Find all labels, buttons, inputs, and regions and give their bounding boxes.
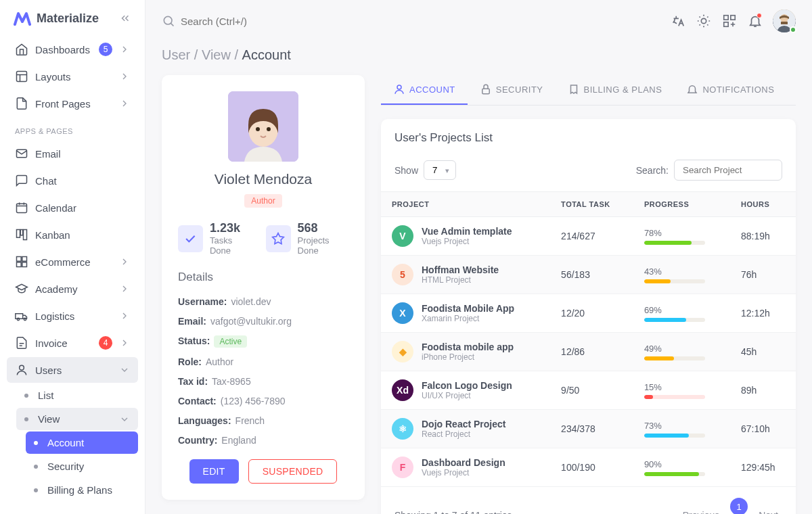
user-avatar[interactable] xyxy=(773,9,796,32)
logo-mark-icon xyxy=(14,11,31,26)
total-task: 12/20 xyxy=(550,294,633,333)
nav-item-invoice[interactable]: Invoice4 xyxy=(7,330,138,356)
project-icon: F xyxy=(392,457,413,478)
tab-billing-plans[interactable]: BILLING & PLANS xyxy=(556,75,675,105)
nav-item-calendar[interactable]: Calendar xyxy=(7,195,138,220)
page-1[interactable]: 1 xyxy=(730,498,748,514)
language-icon[interactable] xyxy=(670,13,686,29)
nav-label: Layouts xyxy=(35,71,112,83)
nav-item-users[interactable]: Users xyxy=(7,357,138,383)
column-header[interactable]: PROGRESS xyxy=(633,192,730,217)
nav-item-front-pages[interactable]: Front Pages xyxy=(7,91,138,116)
project-name[interactable]: Foodista mobile app xyxy=(422,342,514,352)
progress-percent: 49% xyxy=(644,344,719,354)
nav-item-view[interactable]: View xyxy=(16,408,138,430)
breadcrumb-current: Account xyxy=(242,47,291,62)
column-header[interactable]: HOURS xyxy=(730,192,796,217)
detail-value: England xyxy=(221,435,256,446)
nav-item-security[interactable]: Security xyxy=(26,455,138,477)
detail-value: French xyxy=(235,415,265,426)
column-header[interactable]: PROJECT xyxy=(381,192,550,217)
project-name[interactable]: Foodista Mobile App xyxy=(422,303,514,314)
svg-point-14 xyxy=(701,18,706,23)
nav-item-chat[interactable]: Chat xyxy=(7,168,138,193)
column-header[interactable]: TOTAL TASK xyxy=(550,192,633,217)
project-name[interactable]: Hoffman Website xyxy=(422,264,499,275)
progress-percent: 73% xyxy=(644,421,719,431)
nav-item-list[interactable]: List xyxy=(16,384,138,406)
nav-label: Email xyxy=(35,148,130,160)
tab-notifications[interactable]: NOTIFICATIONS xyxy=(674,75,786,105)
dot-icon xyxy=(34,488,38,492)
sidebar-collapse-button[interactable] xyxy=(119,12,131,24)
projects-table: PROJECTTOTAL TASKPROGRESSHOURS VVue Admi… xyxy=(381,191,796,487)
nav-icon xyxy=(15,309,28,323)
search-label: Search: xyxy=(636,165,669,176)
progress-bar xyxy=(644,279,705,283)
tab-icon xyxy=(393,83,405,95)
stat-projects-value: 568 xyxy=(298,221,348,235)
svg-rect-7 xyxy=(22,257,27,262)
apps-icon[interactable] xyxy=(721,13,738,29)
svg-point-25 xyxy=(397,85,401,89)
global-search[interactable] xyxy=(162,14,662,28)
table-row: ◆Foodista mobile appiPhone Project 12/86… xyxy=(381,333,796,371)
tab-security[interactable]: SECURITY xyxy=(468,75,556,105)
projects-panel: User's Projects List Show 7 Search: xyxy=(381,119,796,514)
hours: 89h xyxy=(730,371,796,410)
breadcrumb-view[interactable]: View xyxy=(202,47,231,62)
nav-item-dashboards[interactable]: Dashboards5 xyxy=(7,37,138,62)
project-icon: Xd xyxy=(392,379,413,401)
nav-label: List xyxy=(38,390,130,401)
nav-label: Calendar xyxy=(35,202,130,214)
nav-item-kanban[interactable]: Kanban xyxy=(7,222,138,248)
nav-item-layouts[interactable]: Layouts xyxy=(7,64,138,89)
total-task: 234/378 xyxy=(550,410,633,448)
project-search-input[interactable] xyxy=(674,160,782,181)
project-name[interactable]: Dojo React Project xyxy=(422,419,505,429)
nav-label: Billing & Plans xyxy=(47,484,130,496)
detail-label: Status: xyxy=(178,335,210,348)
nav-item-billing-&-plans[interactable]: Billing & Plans xyxy=(26,479,138,501)
stat-tasks-label: Tasks Done xyxy=(210,235,252,256)
stat-projects-label: Projects Done xyxy=(298,235,348,256)
tab-icon xyxy=(686,83,698,95)
edit-button[interactable]: EDIT xyxy=(189,459,239,484)
nav-item-logistics[interactable]: Logistics xyxy=(7,303,138,329)
profile-card: Violet Mendoza Author 1.23kTasks Done 56… xyxy=(162,75,365,500)
breadcrumb-user[interactable]: User xyxy=(162,47,190,62)
brand-logo[interactable]: Materialize xyxy=(14,11,114,26)
nav-icon xyxy=(15,336,28,350)
tab-connections[interactable]: CONNECTIONS xyxy=(786,75,796,105)
nav-icon xyxy=(15,363,28,377)
table-row: XFoodista Mobile AppXamarin Project 12/2… xyxy=(381,294,796,333)
projects-title: User's Projects List xyxy=(381,119,796,157)
detail-row: Status:Active xyxy=(178,335,348,348)
nav-item-academy[interactable]: Academy xyxy=(7,276,138,302)
detail-value: vafgot@vultukir.org xyxy=(210,316,292,327)
project-icon: V xyxy=(392,225,413,247)
project-subtitle: HTML Project xyxy=(422,275,499,285)
nav-item-account[interactable]: Account xyxy=(26,431,138,454)
project-name[interactable]: Falcon Logo Design xyxy=(422,380,512,391)
table-footer-text: Showing 1 to 7 of 11 entries xyxy=(394,510,512,514)
chevron-icon xyxy=(119,283,130,294)
nav-item-ecommerce[interactable]: eCommerce xyxy=(7,249,138,275)
pagination-prev[interactable]: Previous xyxy=(679,507,723,514)
nav-icon xyxy=(15,201,28,214)
nav-label: Front Pages xyxy=(35,98,112,110)
nav-item-email[interactable]: Email xyxy=(7,141,138,166)
detail-value: violet.dev xyxy=(231,296,271,307)
theme-icon[interactable] xyxy=(696,13,712,29)
search-input[interactable] xyxy=(181,16,316,27)
suspend-button[interactable]: SUSPENDED xyxy=(248,459,338,484)
show-select[interactable]: 7 xyxy=(424,160,456,180)
notifications-icon[interactable] xyxy=(747,13,763,29)
pagination-next[interactable]: Next xyxy=(754,507,782,514)
progress-percent: 78% xyxy=(644,228,719,238)
svg-rect-9 xyxy=(22,262,27,267)
tab-account[interactable]: ACCOUNT xyxy=(381,75,468,105)
status-chip: Active xyxy=(214,335,247,348)
project-name[interactable]: Dashboard Design xyxy=(422,457,505,468)
project-name[interactable]: Vue Admin template xyxy=(422,226,512,237)
